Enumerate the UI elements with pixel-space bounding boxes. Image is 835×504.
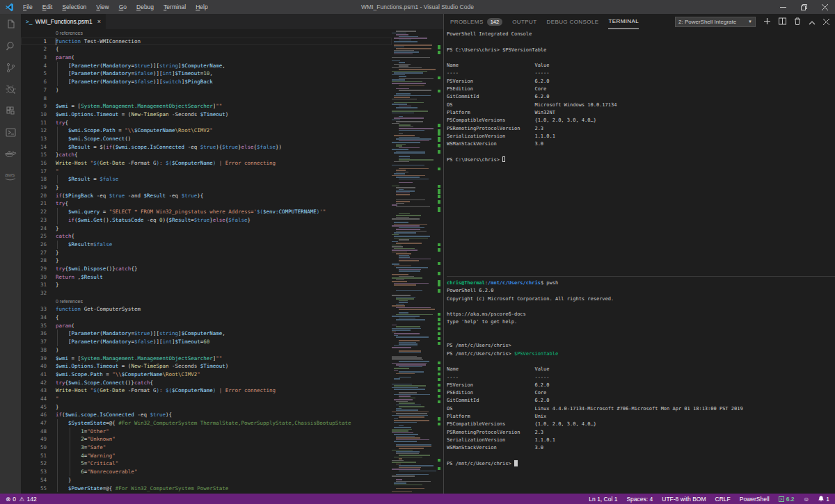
menu-selection[interactable]: Selection — [57, 0, 91, 14]
notifications-bell[interactable]: 1 — [818, 496, 829, 503]
warning-icon: ⚠ — [19, 496, 25, 503]
aws-icon[interactable]: aws — [0, 165, 21, 186]
code-line: 27} — [21, 249, 392, 257]
overview-mark — [438, 361, 440, 364]
overview-ruler — [437, 14, 443, 494]
panel-tab-problems[interactable]: PROBLEMS142 — [450, 14, 502, 29]
menu-debug[interactable]: Debug — [132, 0, 159, 14]
terminal-line: Type 'help' to get help. — [447, 318, 835, 326]
code-line: 35param( — [21, 322, 392, 330]
code-line: 25catch{ — [21, 232, 392, 241]
problems-status[interactable]: ⊗0 ⚠142 — [6, 496, 37, 503]
overview-mark — [438, 417, 440, 421]
menu-terminal[interactable]: Terminal — [159, 0, 191, 14]
code-line: 22 $wmi.query = "SELECT * FROM Win32_pin… — [21, 208, 392, 216]
code-line: 9$wmi = [System.Management.ManagementObj… — [21, 102, 392, 111]
code-editor[interactable]: 0 references1function Test-WMIConnection… — [21, 29, 392, 494]
overview-mark — [438, 313, 440, 316]
menu-go[interactable]: Go — [114, 0, 132, 14]
terminal-selector[interactable]: 2: PowerShell Integrate ▼ — [675, 17, 756, 27]
code-line: 21try{ — [21, 200, 392, 208]
window-title: WMI_Functions.psm1 - Visual Studio Code — [361, 3, 474, 10]
status-language-mode[interactable]: PowerShell — [740, 496, 770, 503]
terminal-line: Copyright (c) Microsoft Corporation. All… — [447, 295, 835, 303]
overview-mark — [438, 168, 440, 170]
code-line: 8 — [21, 95, 392, 103]
menu-file[interactable]: File — [18, 0, 38, 14]
menu-help[interactable]: Help — [191, 0, 212, 14]
status-indentation[interactable]: Spaces: 4 — [626, 496, 653, 503]
tab-close-icon[interactable]: × — [97, 18, 101, 25]
status-eol[interactable]: CRLF — [715, 496, 731, 503]
docker-icon[interactable] — [0, 143, 21, 165]
code-line: 14 $Result = $(if($wmi.scope.IsConnected… — [21, 143, 392, 152]
debug-icon[interactable] — [0, 79, 21, 100]
terminal-line: Name Value — [447, 366, 835, 373]
extensions-icon[interactable] — [0, 100, 21, 122]
terminal[interactable]: PowerShell Integrated ConsolePS C:\Users… — [447, 29, 835, 494]
terminal-line: PSVersion 6.2.0 — [447, 78, 835, 86]
status-bar: ⊗0 ⚠142 Ln 1, Col 1Spaces: 4UTF-8 with B… — [0, 494, 835, 504]
editor-tab-bar: >_ WMI_Functions.psm1 × — [21, 14, 443, 29]
maximize-panel-icon[interactable] — [809, 15, 816, 28]
code-line: 45} — [21, 403, 392, 412]
minimap[interactable] — [392, 29, 437, 494]
overview-mark — [438, 51, 440, 54]
source-control-icon[interactable] — [0, 57, 21, 79]
overview-mark — [438, 262, 440, 265]
code-line: 17" — [21, 168, 392, 176]
terminal-line: PSVersion 6.2.0 — [447, 382, 835, 389]
status-cursor-position[interactable]: Ln 1, Col 1 — [589, 496, 617, 503]
code-line: 4 [Parameter(Mandatory=$true)][string]$C… — [21, 62, 392, 70]
terminal-line: Name Value — [447, 62, 835, 70]
terminal-line: OS Linux 4.4.0-17134-Microsoft #706-Micr… — [447, 405, 835, 413]
overview-mark — [438, 137, 440, 142]
panel-tab-output[interactable]: OUTPUT — [512, 14, 536, 29]
overview-mark — [438, 342, 440, 345]
menu-edit[interactable]: Edit — [38, 0, 58, 14]
codelens[interactable]: 0 references — [21, 298, 392, 306]
status-encoding[interactable]: UTF-8 with BOM — [662, 496, 706, 503]
powershell-session-icon: > — [779, 496, 784, 502]
overview-mark — [438, 378, 440, 381]
code-line: 46if($wmi.scope.IsConnected -eq $true){ — [21, 411, 392, 419]
feedback-smiley-icon[interactable]: ☺ — [804, 496, 810, 503]
restore-icon[interactable] — [793, 0, 814, 14]
split-terminal-icon[interactable] — [779, 15, 786, 28]
code-line: 29try{$wmi.Dispose()}catch{} — [21, 265, 392, 273]
powershell-session-status[interactable]: > 6.2 — [779, 496, 795, 503]
terminal-line — [447, 54, 835, 62]
explorer-icon[interactable] — [0, 14, 21, 35]
overview-mark — [438, 76, 440, 79]
close-panel-icon[interactable] — [823, 15, 829, 28]
code-line: 43Write-Host "$(Get-Date -Format G): $($… — [21, 387, 392, 395]
terminal-split-divider[interactable] — [447, 276, 835, 277]
code-line: 34{ — [21, 314, 392, 322]
terminal-line — [447, 358, 835, 366]
powershell-icon[interactable] — [0, 122, 21, 143]
overview-mark — [438, 195, 440, 198]
overview-mark — [438, 185, 440, 188]
terminal-line: PowerShell Integrated Console — [447, 31, 835, 38]
panel-tab-terminal[interactable]: TERMINAL — [608, 14, 639, 29]
overview-mark — [438, 384, 440, 387]
terminal-line: https://aka.ms/pscore6-docs — [447, 311, 835, 318]
code-line: 32 — [21, 289, 392, 298]
minimize-icon[interactable] — [772, 0, 793, 14]
terminal-line: PSEdition Core — [447, 389, 835, 397]
overview-mark — [438, 318, 440, 321]
overview-mark — [438, 144, 440, 147]
panel-tab-debug-console[interactable]: DEBUG CONSOLE — [546, 14, 598, 29]
code-line: 51 4="Warning" — [21, 452, 392, 460]
code-line: 26 $Result=$false — [21, 241, 392, 249]
tab-wmi-functions[interactable]: >_ WMI_Functions.psm1 × — [21, 14, 106, 29]
codelens[interactable]: 0 references — [21, 29, 392, 38]
new-terminal-icon[interactable] — [763, 15, 771, 28]
overview-mark — [438, 272, 440, 275]
search-icon[interactable] — [0, 35, 21, 57]
close-window-icon[interactable] — [814, 0, 835, 14]
overview-mark — [438, 373, 440, 375]
code-line: 28} — [21, 257, 392, 265]
kill-terminal-icon[interactable] — [794, 15, 801, 28]
menu-view[interactable]: View — [91, 0, 113, 14]
